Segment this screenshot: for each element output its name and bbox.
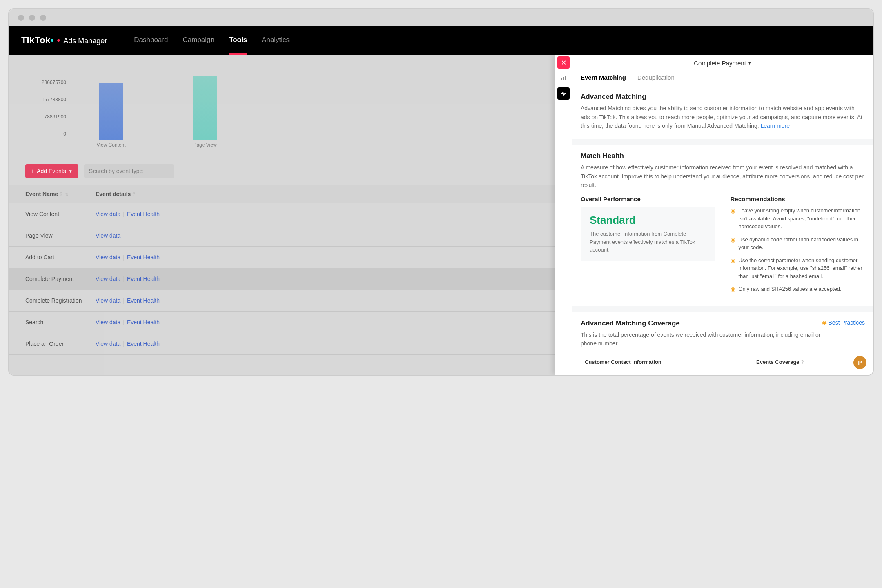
brand-product: Ads Manager	[63, 37, 107, 45]
chart-bar: Page View	[193, 76, 217, 140]
coverage-row: Email or phone83% ▲	[581, 370, 865, 375]
lightbulb-icon: ◉	[731, 257, 735, 281]
recommendation-item: ◉Use dynamic code rather than hardcoded …	[731, 236, 865, 252]
event-details-cell: View data|Event Health	[91, 247, 570, 268]
contact-info-cell: Email or phone	[581, 370, 752, 375]
section-body: This is the total percentage of events w…	[581, 331, 822, 348]
event-health-link[interactable]: Event Health	[127, 211, 160, 217]
window-titlebar	[9, 9, 873, 26]
section-heading: Advanced Matching Coverage	[581, 319, 822, 327]
side-panel: ✕ Complete Payment ▼ Event Matchi	[555, 55, 873, 375]
chart-bar-label: Page View	[193, 142, 216, 148]
brand-dot-accent: •	[51, 35, 54, 46]
event-name-cell: Complete Registration	[9, 290, 91, 312]
nav-item-analytics[interactable]: Analytics	[262, 36, 290, 45]
event-name-cell: View Content	[9, 203, 91, 225]
learn-more-link[interactable]: Learn more	[760, 122, 790, 129]
help-icon[interactable]: ?	[60, 192, 62, 197]
browser-window: TikTok•• Ads Manager DashboardCampaignTo…	[8, 8, 874, 376]
event-details-cell: View data|Event Health	[91, 203, 570, 225]
nav-item-tools[interactable]: Tools	[229, 36, 247, 45]
plus-icon: +	[31, 168, 34, 174]
view-data-link[interactable]: View data	[96, 211, 120, 217]
window-control-dot[interactable]	[40, 15, 46, 21]
help-icon[interactable]: ?	[801, 359, 804, 365]
event-health-link[interactable]: Event Health	[127, 276, 160, 282]
best-practices-link[interactable]: ◉ Best Practices	[822, 319, 865, 326]
performance-card: Standard The customer information from C…	[581, 207, 715, 261]
section-body: A measure of how effectively customer in…	[581, 163, 865, 190]
chart-icon[interactable]	[557, 72, 570, 84]
event-health-link[interactable]: Event Health	[127, 319, 160, 325]
view-data-link[interactable]: View data	[96, 232, 120, 239]
brand-logo: TikTok	[21, 35, 51, 46]
event-details-cell: View data|Event Health	[91, 268, 570, 290]
y-tick-label: 236675700	[25, 80, 66, 85]
event-name-cell: Add to Cart	[9, 247, 91, 268]
brand-colon: •	[57, 35, 60, 46]
panel-header: Complete Payment ▼ Event MatchingDedupli…	[572, 55, 873, 85]
workspace: 078891900157783800236675700 View Content…	[9, 55, 873, 375]
chart-bar: View Content	[99, 83, 123, 140]
svg-rect-0	[561, 78, 562, 80]
nav-links: DashboardCampaignToolsAnalytics	[134, 36, 290, 45]
y-tick-label: 78891900	[25, 114, 66, 120]
panel-title-dropdown[interactable]: Complete Payment ▼	[694, 60, 751, 67]
health-icon[interactable]	[557, 87, 570, 100]
nav-item-campaign[interactable]: Campaign	[183, 36, 215, 45]
event-health-link[interactable]: Event Health	[127, 341, 160, 347]
advanced-matching-section: Advanced Matching Advanced Matching give…	[572, 85, 873, 139]
event-details-cell: View data|Event Health	[91, 312, 570, 333]
view-data-link[interactable]: View data	[96, 341, 120, 347]
sort-icon[interactable]: ⇅	[65, 192, 68, 197]
close-panel-button[interactable]: ✕	[557, 56, 570, 69]
section-heading: Match Health	[581, 152, 865, 160]
view-data-link[interactable]: View data	[96, 276, 120, 282]
event-name-cell: Page View	[9, 225, 91, 247]
svg-rect-2	[565, 76, 566, 80]
chart-bar-label: View Content	[96, 142, 125, 148]
help-icon[interactable]: ?	[132, 192, 135, 197]
recommendation-item: ◉Leave your string empty when customer i…	[731, 207, 865, 231]
coverage-section: Advanced Matching Coverage This is the t…	[572, 312, 873, 375]
panel-tabs: Event MatchingDeduplication	[581, 70, 865, 85]
svg-rect-1	[563, 77, 564, 80]
view-data-link[interactable]: View data	[96, 319, 120, 325]
panel-tab-event-matching[interactable]: Event Matching	[581, 70, 626, 85]
event-details-cell: View data|Event Health	[91, 290, 570, 312]
th-event-name[interactable]: Event Name ? ⇅	[9, 185, 91, 203]
panel-tab-deduplication[interactable]: Deduplication	[637, 70, 675, 85]
match-health-section: Match Health A measure of how effectivel…	[572, 145, 873, 306]
event-details-cell: View data|Event Health	[91, 333, 570, 355]
y-tick-label: 0	[25, 131, 66, 137]
add-events-button[interactable]: + Add Events ▼	[25, 164, 78, 178]
overall-heading: Overall Performance	[581, 196, 715, 203]
help-fab[interactable]: P	[853, 356, 866, 369]
view-data-link[interactable]: View data	[96, 254, 120, 261]
add-events-label: Add Events	[37, 168, 66, 174]
search-input[interactable]	[84, 164, 174, 178]
th-events-coverage: Events Coverage ?	[752, 354, 865, 370]
event-details-cell: View data	[91, 225, 570, 247]
window-control-dot[interactable]	[18, 15, 24, 21]
event-health-link[interactable]: Event Health	[127, 254, 160, 261]
y-tick-label: 157783800	[25, 97, 66, 102]
nav-item-dashboard[interactable]: Dashboard	[134, 36, 168, 45]
lightbulb-icon: ◉	[731, 236, 735, 252]
side-panel-rail: ✕	[555, 55, 572, 375]
coverage-value-cell: 83% ▲	[752, 370, 865, 375]
window-control-dot[interactable]	[29, 15, 35, 21]
coverage-table: Customer Contact Information Events Cove…	[581, 354, 865, 375]
recommendations-heading: Recommendations	[731, 196, 865, 203]
lightbulb-icon: ◉	[731, 207, 735, 231]
performance-status: Standard	[590, 214, 706, 227]
lightbulb-icon: ◉	[822, 319, 827, 326]
event-health-link[interactable]: Event Health	[127, 297, 160, 304]
panel-title-text: Complete Payment	[694, 60, 746, 67]
performance-row: Overall Performance Standard The custome…	[581, 196, 865, 298]
view-data-link[interactable]: View data	[96, 297, 120, 304]
top-nav: TikTok•• Ads Manager DashboardCampaignTo…	[9, 26, 873, 55]
th-contact-info: Customer Contact Information	[581, 354, 752, 370]
recommendation-item: ◉Only raw and SHA256 values are accepted…	[731, 285, 865, 293]
section-body: Advanced Matching gives you the ability …	[581, 104, 865, 131]
